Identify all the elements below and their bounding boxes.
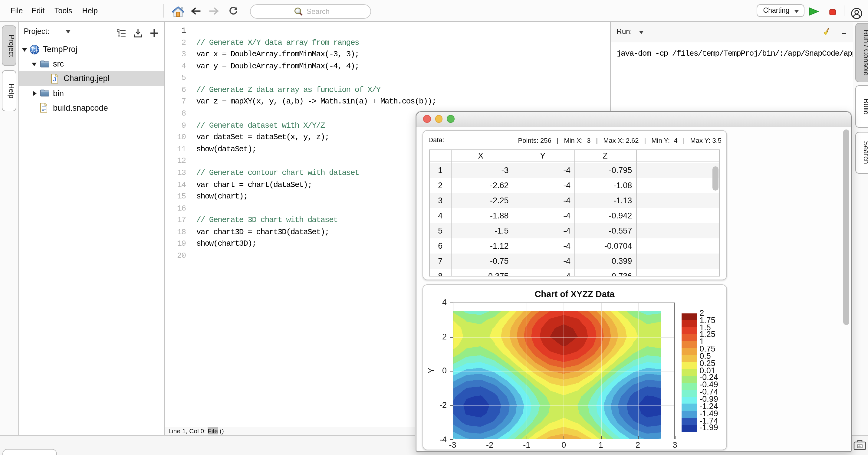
svg-text:J: J (53, 76, 57, 83)
